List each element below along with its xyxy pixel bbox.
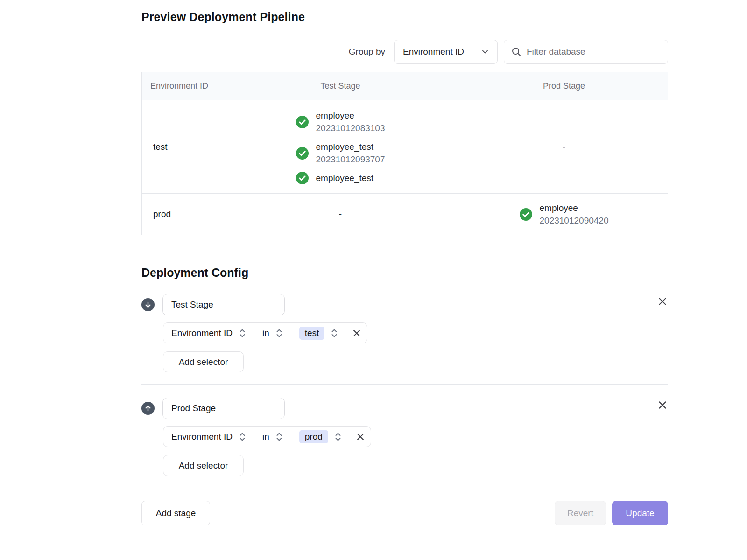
section-divider (141, 384, 668, 385)
bottom-divider (141, 553, 668, 553)
table-row-test: test employee 20231012083103 employee_te… (142, 100, 668, 193)
deployment-entry[interactable]: employee_test 20231012093707 (296, 140, 385, 166)
database-name: employee (316, 109, 385, 122)
selector-operator-label: in (262, 328, 269, 338)
updown-chevron-icon (331, 328, 338, 338)
update-button[interactable]: Update (612, 501, 668, 525)
stage-header (141, 294, 668, 315)
stage-config-test: Environment ID in test Add selector (141, 294, 668, 372)
selector-key-dropdown[interactable]: Environment ID (163, 427, 254, 447)
database-name: employee_test (316, 172, 374, 184)
pipeline-table: Environment ID Test Stage Prod Stage tes… (141, 72, 668, 235)
add-stage-button[interactable]: Add stage (141, 501, 210, 525)
stage-name-input[interactable] (162, 294, 285, 315)
test-stage-empty: - (221, 209, 459, 219)
deploy-list: employee 20231012090420 (520, 202, 609, 227)
selector-operator-dropdown[interactable]: in (254, 427, 291, 447)
selector-value-badge: prod (299, 430, 328, 443)
database-name: employee (540, 202, 609, 214)
prod-stage-cell: employee 20231012090420 (459, 194, 669, 235)
search-icon (511, 47, 521, 57)
environment-id-cell: prod (142, 209, 221, 219)
deployment-entry[interactable]: employee_test (296, 172, 374, 184)
selector-value-dropdown[interactable]: prod (291, 427, 350, 447)
deployment-timestamp: 20231012083103 (316, 122, 385, 134)
deployment-entry[interactable]: employee 20231012083103 (296, 109, 385, 134)
close-icon (657, 296, 668, 307)
revert-button[interactable]: Revert (555, 501, 606, 525)
table-row-prod: prod - employee 20231012090420 (142, 193, 668, 235)
column-header-test-stage: Test Stage (221, 81, 459, 91)
success-check-icon (296, 116, 309, 128)
selector-bar: Environment ID in test (163, 322, 367, 343)
deployment-timestamp: 20231012093707 (316, 153, 385, 166)
selector-operator-dropdown[interactable]: in (254, 323, 291, 343)
deploy-list: employee 20231012083103 employee_test 20… (296, 109, 385, 184)
selector-key-label: Environment ID (171, 328, 233, 338)
updown-chevron-icon (275, 432, 283, 442)
updown-chevron-icon (239, 432, 246, 442)
selector-operator-label: in (262, 432, 269, 442)
arrow-down-circle-icon (141, 298, 155, 311)
prod-stage-empty: - (459, 142, 669, 152)
test-stage-cell: employee 20231012083103 employee_test 20… (221, 101, 459, 192)
group-by-value: Environment ID (403, 47, 464, 57)
add-selector-button[interactable]: Add selector (163, 351, 244, 372)
updown-chevron-icon (334, 432, 342, 442)
chevron-down-icon (480, 47, 490, 56)
selector-key-label: Environment ID (171, 432, 233, 442)
column-header-prod-stage: Prod Stage (459, 81, 669, 91)
deployment-entry[interactable]: employee 20231012090420 (520, 202, 609, 227)
success-check-icon (296, 147, 309, 160)
close-icon (352, 328, 362, 338)
toolbar: Group by Environment ID (141, 40, 668, 64)
success-check-icon (296, 172, 309, 184)
section-divider (141, 488, 668, 488)
filter-database-input[interactable] (527, 47, 661, 57)
remove-selector-button[interactable] (346, 323, 367, 343)
close-icon (657, 399, 668, 411)
column-header-environment-id: Environment ID (142, 81, 221, 91)
selector-value-badge: test (299, 327, 325, 340)
remove-selector-button[interactable] (350, 427, 371, 447)
stage-config-prod: Environment ID in prod Add selector (141, 398, 668, 476)
stage-header (141, 398, 668, 419)
updown-chevron-icon (239, 328, 246, 338)
footer-actions: Add stage Revert Update (141, 501, 668, 525)
database-filter[interactable] (504, 40, 668, 64)
deployment-config-title: Deployment Config (141, 266, 668, 280)
table-header: Environment ID Test Stage Prod Stage (142, 72, 668, 100)
remove-stage-button[interactable] (657, 296, 668, 307)
selector-key-dropdown[interactable]: Environment ID (163, 323, 254, 343)
group-by-dropdown[interactable]: Environment ID (394, 40, 498, 64)
add-selector-button[interactable]: Add selector (163, 455, 244, 476)
database-name: employee_test (316, 140, 385, 153)
selector-value-dropdown[interactable]: test (291, 323, 347, 343)
updown-chevron-icon (275, 328, 283, 338)
selector-bar: Environment ID in prod (163, 426, 371, 447)
environment-id-cell: test (142, 142, 221, 152)
success-check-icon (520, 208, 532, 221)
close-icon (355, 432, 366, 442)
page-title: Preview Deployment Pipeline (141, 10, 668, 24)
group-by-label: Group by (349, 47, 385, 57)
stage-name-input[interactable] (162, 398, 285, 419)
remove-stage-button[interactable] (657, 399, 668, 411)
deployment-timestamp: 20231012090420 (540, 214, 609, 227)
main-content: Preview Deployment Pipeline Group by Env… (141, 0, 668, 553)
arrow-up-circle-icon (141, 402, 155, 415)
